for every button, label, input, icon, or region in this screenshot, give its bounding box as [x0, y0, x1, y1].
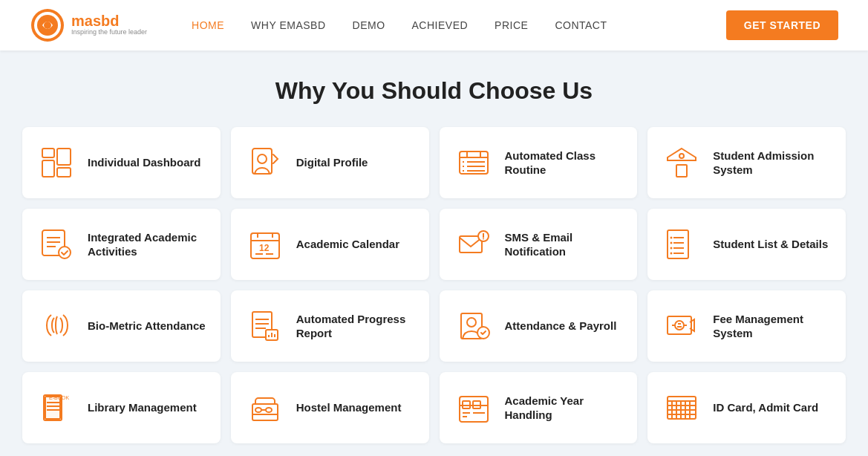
svg-point-71 [255, 408, 261, 412]
svg-point-21 [679, 154, 684, 158]
svg-point-3 [44, 22, 51, 29]
feature-label: Academic Year Handling [505, 394, 623, 423]
page-title: Why You Should Choose Us [22, 77, 846, 105]
progress-report-icon [246, 307, 284, 345]
svg-rect-38 [668, 230, 688, 258]
svg-rect-4 [42, 149, 54, 157]
nav-contact[interactable]: CONTACT [555, 19, 607, 31]
class-routine-icon [454, 143, 493, 182]
feature-library: E-BOOK Library Management [22, 372, 221, 443]
academic-activities-icon [37, 225, 76, 264]
get-started-button[interactable]: GET STARTED [726, 10, 838, 40]
digital-profile-icon [246, 143, 284, 182]
feature-label: SMS & Email Notification [505, 230, 623, 259]
admission-icon [662, 143, 701, 182]
feature-student-admission: Student Admission System [647, 127, 846, 198]
svg-rect-5 [42, 160, 54, 177]
svg-point-9 [258, 154, 267, 163]
feature-label: Integrated Academic Activities [88, 230, 206, 259]
svg-rect-20 [676, 165, 687, 177]
feature-label: Automated Progress Report [296, 312, 414, 341]
svg-point-43 [670, 237, 673, 239]
nav-achieved[interactable]: ACHIEVED [412, 19, 469, 31]
nav-home[interactable]: HOME [192, 19, 224, 31]
svg-text:E-BOOK: E-BOOK [49, 395, 70, 400]
feature-academic-calendar: 12 Academic Calendar [231, 209, 429, 280]
feature-label: Fee Management System [713, 312, 831, 341]
svg-point-59 [675, 321, 684, 330]
feature-digital-profile: Digital Profile [231, 127, 429, 198]
id-card-icon [662, 388, 701, 427]
feature-label: Bio-Metric Attendance [88, 319, 206, 333]
svg-rect-8 [252, 149, 272, 174]
feature-label: Academic Calendar [296, 237, 399, 252]
biometric-icon [37, 307, 76, 345]
feature-label: ID Card, Admit Card [713, 400, 818, 415]
main-content: Why You Should Choose Us Individual Dash… [0, 51, 868, 456]
svg-point-56 [467, 318, 476, 327]
student-list-icon [662, 225, 701, 264]
svg-point-46 [670, 253, 673, 255]
svg-point-37 [483, 238, 484, 240]
main-nav: HOME WHY EMASBD DEMO ACHIEVED PRICE CONT… [192, 19, 726, 31]
feature-label: Student List & Details [713, 237, 828, 252]
academic-year-icon [454, 388, 493, 427]
feature-progress-report: Automated Progress Report [231, 290, 429, 362]
feature-sms-email: SMS & Email Notification [440, 209, 638, 280]
attendance-payroll-icon [454, 307, 493, 345]
feature-individual-dashboard: Individual Dashboard [22, 127, 221, 198]
svg-rect-6 [57, 149, 71, 165]
svg-rect-7 [57, 168, 71, 177]
logo-icon [30, 7, 65, 43]
svg-point-45 [670, 247, 673, 250]
feature-academic-activities: Integrated Academic Activities [22, 209, 221, 280]
nav-demo[interactable]: DEMO [353, 19, 385, 31]
feature-label: Hostel Management [296, 400, 402, 415]
feature-academic-year: Academic Year Handling [440, 372, 638, 443]
feature-label: Digital Profile [296, 155, 368, 170]
feature-student-list: Student List & Details [647, 209, 846, 280]
fee-management-icon [662, 307, 701, 345]
nav-price[interactable]: PRICE [495, 19, 528, 31]
svg-rect-58 [668, 316, 691, 334]
calendar-icon: 12 [246, 225, 284, 264]
svg-point-72 [266, 408, 272, 412]
feature-class-routine: Automated Class Routine [440, 127, 638, 198]
notification-icon [454, 225, 493, 264]
dashboard-icon [37, 143, 76, 182]
feature-label: Automated Class Routine [505, 149, 623, 177]
feature-attendance-payroll: Attendance & Payroll [440, 290, 638, 362]
feature-label: Student Admission System [713, 149, 831, 177]
logo-tagline: Inspiring the future leader [71, 28, 147, 37]
features-grid: Individual Dashboard Digital Profile [22, 127, 846, 443]
feature-fee-management: Fee Management System [647, 290, 846, 362]
feature-label: Library Management [88, 400, 197, 415]
svg-point-44 [670, 242, 673, 244]
feature-label: Attendance & Payroll [505, 319, 617, 333]
svg-text:12: 12 [259, 243, 270, 253]
logo: masbd Inspiring the future leader [30, 7, 147, 43]
feature-label: Individual Dashboard [88, 155, 201, 170]
library-icon: E-BOOK [37, 388, 76, 427]
feature-hostel: Hostel Management [231, 372, 429, 443]
logo-text: masbd [71, 13, 147, 28]
hostel-icon [246, 388, 284, 427]
feature-id-card: ID Card, Admit Card [647, 372, 846, 443]
header: masbd Inspiring the future leader HOME W… [0, 0, 868, 51]
feature-biometric: Bio-Metric Attendance [22, 290, 221, 362]
svg-point-26 [59, 247, 71, 258]
nav-why-emasbd[interactable]: WHY EMASBD [251, 19, 325, 31]
